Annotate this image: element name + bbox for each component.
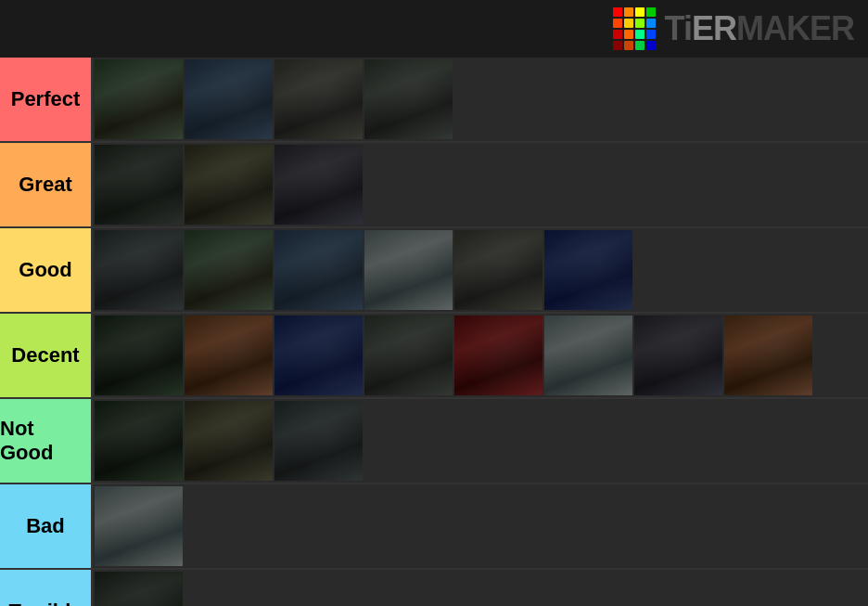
tier-item-go4[interactable] [364,230,453,310]
tier-item-d6[interactable] [544,316,632,395]
tier-row-good: Good [0,228,868,314]
tier-label-bad: Bad [0,484,93,568]
tier-row-terrible: Terrible [0,570,868,606]
tier-items-good [93,228,868,312]
tier-item-p2[interactable] [185,59,273,139]
tier-label-terrible: Terrible [0,570,93,606]
tier-items-terrible [93,570,868,606]
tier-item-d7[interactable] [634,316,722,395]
tiermaker-logo: TiERMAKER [613,7,854,50]
tier-item-p4[interactable] [364,59,453,139]
tier-item-ng2[interactable] [185,401,273,481]
tier-items-perfect [93,58,868,141]
tier-item-d1[interactable] [95,316,183,395]
tier-item-p3[interactable] [274,59,363,139]
tier-item-go1[interactable] [95,230,183,310]
tier-items-decent [93,314,868,397]
tier-label-good: Good [0,228,93,312]
tier-row-decent: Decent [0,314,868,399]
tier-container: PerfectGreatGoodDecentNot GoodBadTerribl… [0,58,868,606]
tier-item-g3[interactable] [274,145,363,225]
tier-items-bad [93,484,868,568]
tier-item-d2[interactable] [185,316,273,395]
tier-item-t1[interactable] [95,572,183,606]
tier-item-go3[interactable] [274,230,363,310]
tier-item-ng1[interactable] [95,401,183,481]
header: TiERMAKER [0,0,868,58]
tier-row-perfect: Perfect [0,58,868,143]
tier-item-go2[interactable] [185,230,273,310]
tier-row-great: Great [0,143,868,228]
tier-label-decent: Decent [0,314,93,397]
tier-item-go6[interactable] [544,230,632,310]
tier-item-b1[interactable] [95,486,183,566]
tier-item-d3[interactable] [274,316,363,395]
tier-item-d4[interactable] [364,316,453,395]
tiermaker-text: TiERMAKER [665,9,854,48]
tier-row-notgood: Not Good [0,399,868,484]
tier-row-bad: Bad [0,484,868,570]
tier-label-perfect: Perfect [0,58,93,141]
tier-item-g2[interactable] [185,145,273,225]
tier-item-d5[interactable] [454,316,542,395]
tier-item-g1[interactable] [95,145,183,225]
tier-item-go5[interactable] [454,230,542,310]
tier-item-d8[interactable] [724,316,812,395]
logo-grid-icon [613,7,656,50]
tier-label-great: Great [0,143,93,226]
tier-items-notgood [93,399,868,483]
tier-item-ng3[interactable] [274,401,363,481]
tier-items-great [93,143,868,226]
tier-label-notgood: Not Good [0,399,93,483]
tier-item-p1[interactable] [95,59,183,139]
